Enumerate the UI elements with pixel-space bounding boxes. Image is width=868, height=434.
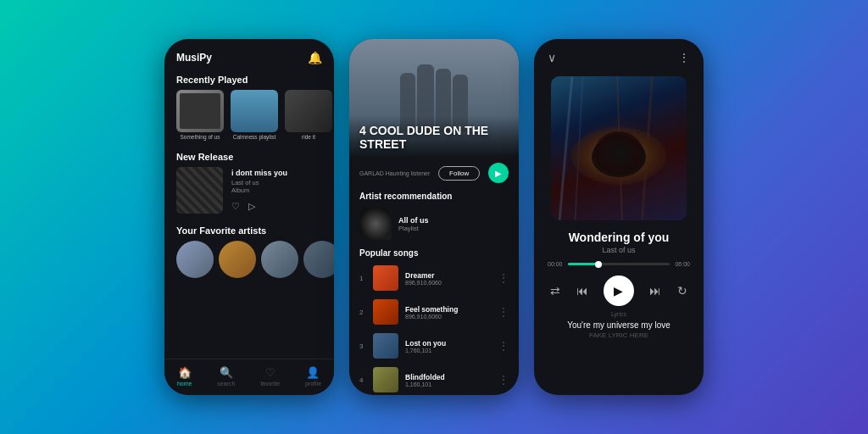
nav-fav-label: favorite (260, 381, 280, 387)
song-num-4: 4 (359, 376, 366, 384)
popular-songs-title: Popular songs (349, 245, 519, 261)
heart-icon[interactable]: ♡ (231, 201, 240, 212)
progress-fill (568, 263, 598, 265)
controls-row: ⇄ ⏮ ▶ ⏭ ↻ (534, 267, 704, 311)
artist-sub: GARLAD Haunting listener (359, 170, 430, 176)
band-hero-overlay: 4 COOL DUDE ON THE STREET (349, 116, 519, 158)
profile-icon: 👤 (306, 366, 320, 379)
rec-info: All of us Playlist (398, 216, 429, 232)
song-title-1: Dreamer (405, 271, 492, 280)
phone-center: 4 COOL DUDE ON THE STREET GARLAD Hauntin… (349, 39, 519, 395)
home-icon: 🏠 (178, 366, 192, 379)
nav-home-label: home (177, 381, 192, 387)
time-current: 00:00 (548, 261, 563, 267)
song-num-2: 2 (359, 309, 366, 316)
song-art-2 (373, 299, 398, 325)
song-info-1: Dreamer 896,910,6060 (405, 271, 492, 286)
song-meta-2: 896,910,6060 (405, 314, 492, 320)
song-title-4: Blindfolded (405, 373, 492, 381)
artist-circle-3[interactable] (261, 241, 298, 278)
album-art-something (176, 90, 224, 132)
song-info-3: Lost on you 1,760,101 (405, 339, 492, 353)
lyrics-line-1: You're my universe my love (534, 320, 704, 330)
artist-rec-title: Artist recommendation (349, 188, 519, 204)
more-icon-4[interactable]: ⋮ (498, 374, 509, 386)
follow-row: GARLAD Haunting listener Follow ▶ (349, 158, 519, 188)
follow-button[interactable]: Follow (438, 166, 480, 181)
time-total: 06:00 (675, 261, 690, 267)
song-row-3[interactable]: 3 Lost on you 1,760,101 ⋮ (349, 329, 519, 363)
nav-favorite[interactable]: ♡ favorite (260, 366, 280, 387)
album-art-ride (285, 90, 332, 132)
bottom-nav: 🏠 home 🔍 search ♡ favorite 👤 profile (164, 359, 334, 395)
right-header: ∨ ⋮ (534, 39, 704, 70)
song-num-1: 1 (359, 275, 366, 282)
shuffle-control-icon[interactable]: ⇄ (550, 284, 560, 298)
new-release-track-title: i dont miss you (231, 169, 322, 177)
main-container: MusiPy 🔔 Recently Played Something of us… (147, 22, 721, 412)
popular-songs-list: 1 Dreamer 896,910,6060 ⋮ 2 Feel somethin… (349, 261, 519, 395)
new-release-row: i dont miss you Last of us Album ♡ ▷ (164, 167, 334, 220)
play-pause-button[interactable]: ▶ (604, 275, 634, 306)
next-track-icon[interactable]: ⏭ (649, 284, 661, 298)
song-info-4: Blindfolded 1,160,101 (405, 373, 492, 387)
album-item[interactable]: ride it (285, 90, 332, 140)
favorite-icon: ♡ (265, 366, 275, 379)
new-release-title: New Release (164, 147, 334, 167)
nav-search[interactable]: 🔍 search (217, 366, 235, 387)
recently-played-list: Something of us Calmness playlist ride i… (164, 90, 334, 147)
more-icon-3[interactable]: ⋮ (498, 340, 509, 352)
more-options-icon[interactable]: ⋮ (678, 51, 690, 64)
band-name: 4 COOL DUDE ON THE STREET (359, 125, 509, 151)
fav-artists-list (164, 241, 334, 285)
song-meta-3: 1,760,101 (405, 348, 492, 353)
album-label-ride: ride it (285, 134, 332, 140)
prev-track-icon[interactable]: ⏮ (576, 284, 588, 298)
nav-profile-label: profile (305, 381, 321, 387)
nav-search-label: search (217, 381, 235, 387)
song-title-2: Feel something (405, 305, 492, 314)
band-hero: 4 COOL DUDE ON THE STREET (349, 39, 519, 158)
rec-sub: Playlist (398, 225, 429, 232)
eye-abstract-art (551, 76, 687, 220)
left-header: MusiPy 🔔 (164, 39, 334, 70)
artist-sub-text: GARLAD Haunting listener (359, 170, 430, 176)
new-release-art (176, 167, 223, 214)
album-item[interactable]: Calmness playlist (231, 90, 278, 140)
fav-artists-title: Your Favorite artists (164, 220, 334, 241)
more-icon-1[interactable]: ⋮ (498, 272, 509, 284)
new-release-actions: ♡ ▷ (231, 201, 322, 212)
album-art-calmness (231, 90, 278, 132)
nav-profile[interactable]: 👤 profile (305, 366, 321, 387)
song-row-1[interactable]: 1 Dreamer 896,910,6060 ⋮ (349, 261, 519, 295)
more-icon-2[interactable]: ⋮ (498, 306, 509, 318)
song-num-3: 3 (359, 342, 366, 350)
artist-rec-row[interactable]: All of us Playlist (349, 204, 519, 245)
progress-bar[interactable] (568, 263, 670, 265)
play-icon[interactable]: ▷ (248, 201, 255, 212)
artist-circle-1[interactable] (176, 241, 214, 278)
song-art-4 (373, 367, 398, 392)
album-label-calmness: Calmness playlist (231, 134, 278, 140)
shuffle-button[interactable]: ▶ (488, 163, 509, 183)
song-row-2[interactable]: 2 Feel something 896,910,6060 ⋮ (349, 295, 519, 329)
new-release-info: i dont miss you Last of us Album ♡ ▷ (231, 169, 322, 212)
phone-right: ∨ ⋮ Wondering of you Last of us 00:00 (534, 39, 704, 395)
nav-home[interactable]: 🏠 home (177, 366, 192, 387)
song-art-1 (373, 265, 398, 291)
song-row-4[interactable]: 4 Blindfolded 1,160,101 ⋮ (349, 363, 519, 395)
song-info-2: Feel something 896,910,6060 (405, 305, 492, 320)
lyrics-label: Lyrics (534, 311, 704, 317)
album-item[interactable]: Something of us (176, 90, 224, 140)
bell-icon[interactable]: 🔔 (308, 51, 322, 64)
song-meta-1: 896,910,6060 (405, 280, 492, 286)
chevron-down-icon[interactable]: ∨ (548, 51, 556, 64)
artist-circle-4[interactable] (303, 241, 334, 278)
repeat-icon[interactable]: ↻ (677, 284, 687, 298)
song-art-3 (373, 333, 398, 359)
recently-played-title: Recently Played (164, 70, 334, 90)
new-release-track-detail: Album (231, 186, 322, 194)
progress-dot (595, 261, 602, 268)
now-playing-artist: Last of us (534, 244, 704, 261)
artist-circle-2[interactable] (219, 241, 256, 278)
